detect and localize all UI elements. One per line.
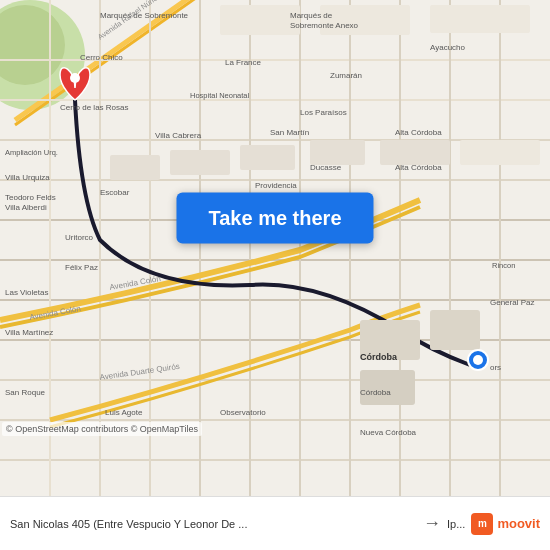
svg-point-40 bbox=[70, 73, 80, 83]
destination-label: Ip... bbox=[447, 518, 465, 530]
origin-label: San Nicolas 405 (Entre Vespucio Y Leonor… bbox=[10, 518, 417, 530]
svg-rect-31 bbox=[240, 145, 295, 170]
svg-text:ors: ors bbox=[490, 363, 501, 372]
svg-text:Alta Córdoba: Alta Córdoba bbox=[395, 128, 442, 137]
svg-text:Uritorco: Uritorco bbox=[65, 233, 94, 242]
svg-text:Cerro de las Rosas: Cerro de las Rosas bbox=[60, 103, 128, 112]
svg-text:Los Paraísos: Los Paraísos bbox=[300, 108, 347, 117]
svg-rect-27 bbox=[320, 5, 410, 35]
svg-text:Teodoro Felds: Teodoro Felds bbox=[5, 193, 56, 202]
svg-rect-32 bbox=[310, 140, 365, 165]
svg-text:Observatorio: Observatorio bbox=[220, 408, 266, 417]
svg-rect-33 bbox=[380, 140, 450, 165]
svg-rect-36 bbox=[430, 310, 480, 350]
svg-text:Ayacucho: Ayacucho bbox=[430, 43, 466, 52]
svg-text:Hospital Neonatal: Hospital Neonatal bbox=[190, 91, 250, 100]
app-container: Marqués de Sobremonte Marqués de Sobremo… bbox=[0, 0, 550, 550]
svg-rect-26 bbox=[220, 5, 300, 35]
moovit-logo: m moovit bbox=[471, 513, 540, 535]
arrow-icon: → bbox=[423, 513, 441, 534]
svg-text:Villa Urquiza: Villa Urquiza bbox=[5, 173, 50, 182]
bottom-bar: San Nicolas 405 (Entre Vespucio Y Leonor… bbox=[0, 496, 550, 550]
svg-text:Las Violetas: Las Violetas bbox=[5, 288, 48, 297]
svg-text:Alta Córdoba: Alta Córdoba bbox=[395, 163, 442, 172]
svg-text:Providencia: Providencia bbox=[255, 181, 297, 190]
moovit-icon: m bbox=[471, 513, 493, 535]
svg-text:Villa Alberdi: Villa Alberdi bbox=[5, 203, 47, 212]
take-me-there-button[interactable]: Take me there bbox=[176, 193, 373, 244]
svg-text:Luis Agote: Luis Agote bbox=[105, 408, 143, 417]
svg-text:Marqués de Sobremonte: Marqués de Sobremonte bbox=[100, 11, 189, 20]
svg-text:Rincon: Rincon bbox=[492, 261, 515, 270]
svg-text:Ducasse: Ducasse bbox=[310, 163, 342, 172]
svg-text:Nueva Córdoba: Nueva Córdoba bbox=[360, 428, 417, 437]
svg-rect-28 bbox=[430, 5, 530, 33]
svg-text:Córdoba: Córdoba bbox=[360, 352, 398, 362]
svg-rect-30 bbox=[170, 150, 230, 175]
svg-point-39 bbox=[473, 355, 483, 365]
svg-text:Félix Paz: Félix Paz bbox=[65, 263, 98, 272]
svg-text:Córdoba: Córdoba bbox=[360, 388, 391, 397]
map-area: Marqués de Sobremonte Marqués de Sobremo… bbox=[0, 0, 550, 496]
svg-text:Marqués de: Marqués de bbox=[290, 11, 333, 20]
svg-text:San Martín: San Martín bbox=[270, 128, 309, 137]
moovit-logo-text: moovit bbox=[497, 516, 540, 531]
svg-text:La France: La France bbox=[225, 58, 262, 67]
svg-text:Cerro Chico: Cerro Chico bbox=[80, 53, 123, 62]
svg-text:Escobar: Escobar bbox=[100, 188, 130, 197]
map-attribution: © OpenStreetMap contributors © OpenMapTi… bbox=[2, 422, 202, 436]
svg-text:General Paz: General Paz bbox=[490, 298, 534, 307]
svg-text:Ampliación Urq.: Ampliación Urq. bbox=[5, 148, 58, 157]
svg-text:Villa Cabrera: Villa Cabrera bbox=[155, 131, 202, 140]
svg-rect-34 bbox=[460, 140, 540, 165]
svg-rect-29 bbox=[110, 155, 160, 180]
svg-text:San Roque: San Roque bbox=[5, 388, 46, 397]
svg-text:Sobremonte Anexo: Sobremonte Anexo bbox=[290, 21, 359, 30]
svg-text:Villa Martínez: Villa Martínez bbox=[5, 328, 53, 337]
svg-text:Zumarán: Zumarán bbox=[330, 71, 362, 80]
